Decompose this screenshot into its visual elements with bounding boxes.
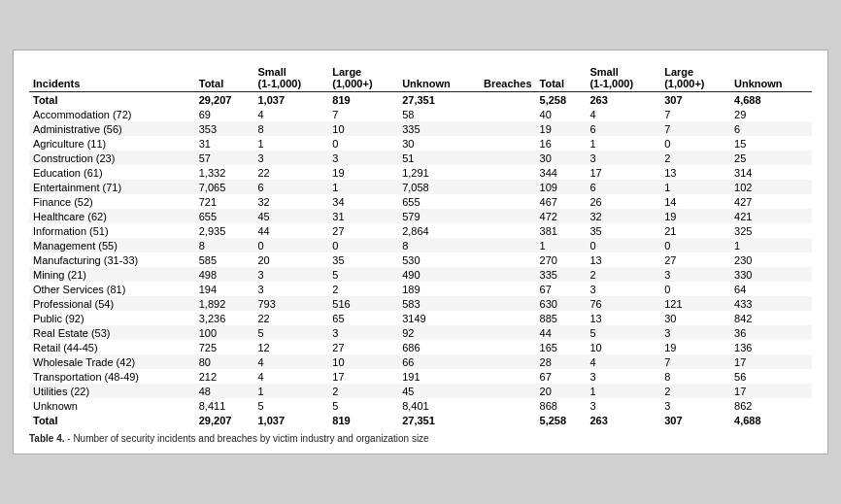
table-cell: 7,065 [195, 180, 254, 194]
table-cell: 4 [586, 107, 660, 121]
table-cell: 8 [195, 238, 254, 252]
table-cell: 19 [660, 340, 730, 354]
table-cell: 1,892 [195, 296, 254, 311]
table-cell [480, 238, 536, 252]
table-cell: 10 [586, 340, 660, 354]
table-cell: 6 [730, 121, 812, 136]
table-cell [480, 311, 536, 325]
table-cell: Unknown [29, 398, 195, 413]
table-cell: 2,935 [195, 223, 254, 238]
table-cell: 40 [536, 107, 587, 121]
table-cell: 30 [536, 151, 587, 165]
table-cell: 4 [254, 354, 329, 369]
table-cell: 335 [398, 121, 480, 136]
table-cell: 25 [730, 151, 812, 165]
table-cell: 13 [660, 165, 730, 180]
table-cell: 56 [730, 369, 812, 384]
table-cell: 27 [328, 223, 398, 238]
table-cell: 516 [328, 296, 398, 311]
table-cell: 498 [195, 267, 254, 282]
table-cell: 32 [586, 209, 660, 223]
table-cell [480, 267, 536, 282]
table-cell: 29,207 [195, 413, 254, 427]
table-cell: 66 [398, 354, 480, 369]
table-cell: 1 [328, 180, 398, 194]
table-cell: 230 [730, 252, 812, 267]
table-cell: 3 [586, 151, 660, 165]
table-cell [480, 369, 536, 384]
table-cell: 6 [586, 180, 660, 194]
table-cell [480, 107, 536, 121]
table-cell: 585 [195, 252, 254, 267]
table-cell: 885 [536, 311, 587, 325]
table-cell: 427 [730, 194, 812, 209]
table-cell: 12 [254, 340, 329, 354]
table-cell: 842 [730, 311, 812, 325]
table-cell: 686 [398, 340, 480, 354]
table-cell: 14 [660, 194, 730, 209]
table-cell: 51 [398, 151, 480, 165]
table-cell: 263 [586, 92, 660, 108]
header-incidents-large: Large (1,000+) [328, 64, 398, 92]
table-cell: 3 [660, 398, 730, 413]
table-cell: Real Estate (53) [29, 325, 195, 340]
table-cell: 2 [328, 384, 398, 398]
table-cell: 3 [328, 151, 398, 165]
table-cell: 165 [536, 340, 587, 354]
table-cell [480, 252, 536, 267]
table-cell [480, 121, 536, 136]
table-cell [480, 151, 536, 165]
header-breaches-total: Total [536, 64, 587, 92]
table-cell: 330 [730, 267, 812, 282]
table-cell: 3 [586, 282, 660, 296]
table-cell: 868 [536, 398, 587, 413]
table-cell: Transportation (48-49) [29, 369, 195, 384]
table-cell: 10 [328, 354, 398, 369]
table-cell [480, 413, 536, 427]
table-cell: 490 [398, 267, 480, 282]
table-cell: 35 [328, 252, 398, 267]
table-cell: 8 [398, 238, 480, 252]
table-cell: Education (61) [29, 165, 195, 180]
table-cell: 45 [398, 384, 480, 398]
table-cell: 10 [328, 121, 398, 136]
table-cell: 35 [586, 223, 660, 238]
table-cell: 3 [254, 282, 329, 296]
table-cell: 2 [660, 151, 730, 165]
header-breaches-small: Small (1-1,000) [586, 64, 660, 92]
table-cell: 1,291 [398, 165, 480, 180]
table-cell: 136 [730, 340, 812, 354]
table-cell: 1,332 [195, 165, 254, 180]
table-cell [480, 136, 536, 151]
table-cell: 0 [328, 136, 398, 151]
table-cell: Finance (52) [29, 194, 195, 209]
table-cell: Information (51) [29, 223, 195, 238]
table-cell [480, 398, 536, 413]
table-cell: 17 [730, 354, 812, 369]
table-cell: 8 [660, 369, 730, 384]
table-cell [480, 194, 536, 209]
table-cell: Other Services (81) [29, 282, 195, 296]
table-cell: 13 [586, 252, 660, 267]
table-cell: 0 [660, 238, 730, 252]
header-incidents-unknown: Unknown [398, 64, 480, 92]
table-cell: 2 [660, 384, 730, 398]
table-cell: 36 [730, 325, 812, 340]
table-cell: 2 [586, 267, 660, 282]
table-cell: 102 [730, 180, 812, 194]
table-cell: 0 [660, 136, 730, 151]
table-cell: 819 [328, 92, 398, 108]
table-cell: 7 [660, 107, 730, 121]
header-incidents: Incidents [29, 64, 195, 92]
table-cell: 3 [254, 151, 329, 165]
table-cell: Wholesale Trade (42) [29, 354, 195, 369]
table-cell: 7,058 [398, 180, 480, 194]
table-cell [480, 354, 536, 369]
table-cell: 5 [254, 325, 329, 340]
table-cell [480, 92, 536, 108]
table-cell: 27 [660, 252, 730, 267]
table-cell: 22 [254, 311, 329, 325]
table-cell: 270 [536, 252, 587, 267]
table-cell: 31 [195, 136, 254, 151]
table-cell: 8,411 [195, 398, 254, 413]
